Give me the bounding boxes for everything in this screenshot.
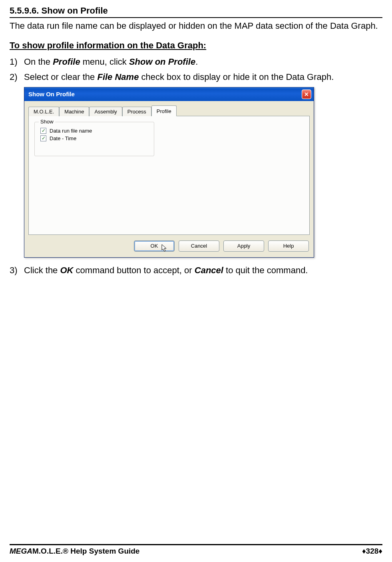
checkbox-icon[interactable]: ✓: [40, 128, 46, 134]
step-number: 2): [10, 71, 18, 83]
tab-profile[interactable]: Profile: [151, 105, 177, 116]
step-1: 1) On the Profile menu, click Show on Pr…: [24, 56, 382, 68]
help-button[interactable]: Help: [268, 240, 309, 252]
step-2: 2) Select or clear the File Name check b…: [24, 71, 382, 83]
tab-assembly[interactable]: Assembly: [89, 107, 122, 116]
step-3: 3) Click the OK command button to accept…: [24, 265, 382, 276]
ok-button[interactable]: OK: [134, 240, 175, 252]
step-number: 1): [10, 56, 18, 68]
step-text: Click the OK command button to accept, o…: [24, 265, 308, 275]
section-number: 5.5.9.6.: [10, 6, 39, 16]
tab-process[interactable]: Process: [122, 107, 151, 116]
groupbox-legend: Show: [39, 119, 55, 125]
checkbox-row-data-run-file-name[interactable]: ✓ Data run file name: [35, 127, 154, 135]
tab-strip: M.O.L.E. Machine Assembly Process Profil…: [28, 105, 310, 116]
dialog-title: Show On Profile: [28, 91, 302, 97]
step-number: 3): [10, 265, 18, 276]
tab-mole[interactable]: M.O.L.E.: [28, 107, 59, 116]
section-rule: [10, 17, 382, 18]
cursor-icon: [161, 244, 167, 252]
close-icon: ✕: [304, 91, 309, 97]
apply-button[interactable]: Apply: [223, 240, 264, 252]
footer-title: MEGAM.O.L.E.® Help System Guide: [10, 547, 139, 556]
dialog-screenshot: Show On Profile ✕ M.O.L.E. Machine Assem…: [10, 87, 382, 258]
section-title: Show on Profile: [42, 6, 108, 16]
svg-marker-0: [162, 244, 166, 251]
close-button[interactable]: ✕: [302, 89, 311, 99]
cancel-button[interactable]: Cancel: [179, 240, 219, 252]
footer-rule: [10, 544, 382, 545]
step-text: Select or clear the File Name check box …: [24, 72, 334, 82]
step-list: 1) On the Profile menu, click Show on Pr…: [10, 56, 382, 83]
dialog-body: M.O.L.E. Machine Assembly Process Profil…: [24, 101, 314, 257]
groupbox-show: Show ✓ Data run file name ✓ Date - Time: [34, 122, 154, 156]
tab-panel-profile: Show ✓ Data run file name ✓ Date - Time: [28, 116, 310, 235]
footer-page: ♦328♦: [362, 547, 382, 556]
section-heading: 5.5.9.6. Show on Profile: [10, 6, 382, 17]
step-text: On the Profile menu, click Show on Profi…: [24, 57, 198, 67]
checkbox-icon[interactable]: ✓: [40, 135, 46, 141]
intro-paragraph: The data run file name can be displayed …: [10, 20, 382, 32]
checkbox-label: Date - Time: [50, 135, 76, 141]
step-list-continued: 3) Click the OK command button to accept…: [10, 265, 382, 276]
dialog-window: Show On Profile ✕ M.O.L.E. Machine Assem…: [24, 87, 314, 258]
dialog-button-row: OK Cancel Apply Help: [28, 240, 310, 252]
page-footer: MEGAM.O.L.E.® Help System Guide ♦328♦: [10, 544, 382, 556]
dialog-titlebar[interactable]: Show On Profile ✕: [24, 87, 314, 101]
checkbox-label: Data run file name: [50, 128, 92, 134]
sub-heading: To show profile information on the Data …: [10, 40, 382, 51]
tab-machine[interactable]: Machine: [59, 107, 89, 116]
checkbox-row-date-time[interactable]: ✓ Date - Time: [35, 135, 154, 142]
